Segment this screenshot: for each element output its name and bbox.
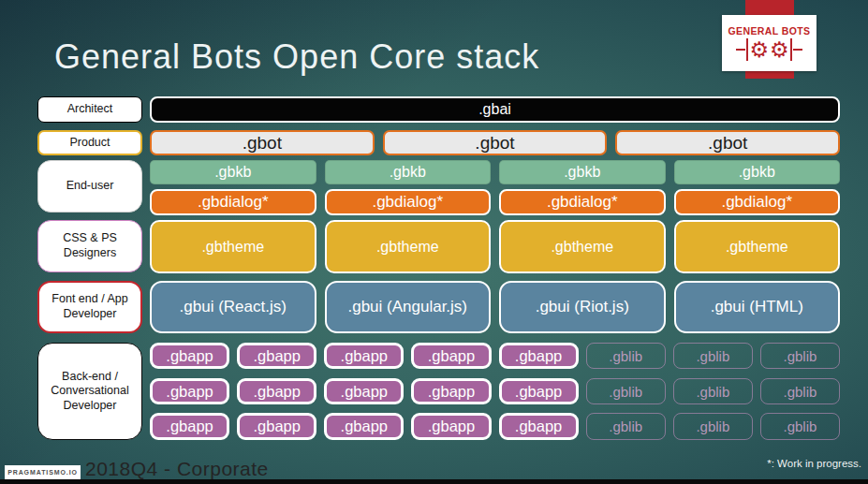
node-gbot: .gbot [383,130,608,155]
gears-icon: ⚙ ⚙ [736,38,802,61]
node-gbapp: .gbapp [411,413,491,440]
node-gbui-angular: .gbui (Angular.js) [325,281,492,333]
node-gbtheme: .gbtheme [150,220,316,273]
node-gbui-riot: .gbui (Riot.js) [499,281,666,333]
row-gbot: .gbot .gbot .gbot [150,130,840,155]
node-gbapp: .gbapp [324,413,404,440]
gear-bar-left [746,38,749,61]
gear-icon: ⚙ [749,39,769,61]
node-gbapp: .gbapp [237,378,316,404]
node-gbdialog: .gbdialog* [150,189,316,215]
node-gbapp: .gbapp [324,378,404,404]
row-gbai: .gbai [150,96,840,123]
role-label-product: Product [37,130,142,155]
node-gbapp: .gbapp [411,343,491,369]
row-gbtheme: .gbtheme .gbtheme .gbtheme .gbtheme [150,220,840,273]
node-gbapp: .gbapp [324,343,404,369]
node-gbui-react: .gbui (React.js) [150,281,316,333]
node-gbot: .gbot [150,130,375,155]
role-label-end-user: End-user [37,160,142,213]
node-gblib: .gblib [760,413,840,440]
node-gblib: .gblib [760,378,840,404]
node-gblib: .gblib [673,378,753,404]
node-gbapp: .gbapp [411,378,491,404]
gear-bar-right [790,38,793,61]
node-gbapp: .gbapp [150,378,229,404]
node-gbkb: .gbkb [150,160,316,184]
node-gblib: .gblib [586,343,666,369]
node-gblib: .gblib [760,343,840,369]
node-gbkb: .gbkb [325,160,492,184]
general-bots-logo: GENERAL BOTS ⚙ ⚙ [722,15,817,71]
node-gbapp: .gbapp [499,378,579,404]
row-gbapp-1: .gbapp .gbapp .gbapp .gbapp .gbapp .gbli… [150,343,840,369]
work-in-progress-note: *: Work in progress. [767,458,861,469]
node-gblib: .gblib [673,413,753,440]
node-gbtheme: .gbtheme [499,220,666,273]
node-gbapp: .gbapp [499,343,579,369]
footer-black-bar [0,479,868,484]
node-gbapp: .gbapp [150,343,229,369]
node-gblib: .gblib [673,343,753,369]
slide: General Bots Open Core stack GENERAL BOT… [0,0,868,484]
node-gbapp: .gbapp [237,343,316,369]
node-gbdialog: .gbdialog* [674,189,841,215]
node-gbai: .gbai [150,96,840,123]
node-gbkb: .gbkb [674,160,841,184]
footer-version-text: 2018Q4 - Corporate [85,458,269,480]
node-gbtheme: .gbtheme [325,220,492,273]
node-gbtheme: .gbtheme [674,220,841,273]
node-gblib: .gblib [586,378,666,404]
gear-line-left [736,49,745,51]
row-gbdialog: .gbdialog* .gbdialog* .gbdialog* .gbdial… [150,189,840,215]
node-gbkb: .gbkb [499,160,666,184]
node-gbui-html: .gbui (HTML) [674,281,841,333]
node-gbdialog: .gbdialog* [499,189,666,215]
role-label-backend-conversational-developer: Back-end / Conversational Developer [37,343,142,440]
role-label-css-ps-designers: CSS & PS Designers [37,220,142,272]
page-title: General Bots Open Core stack [54,37,710,77]
node-gbapp: .gbapp [499,413,579,440]
node-gblib: .gblib [586,413,666,440]
node-gbapp: .gbapp [150,413,229,440]
role-label-frontend-app-developer: Font end / App Developer [37,281,142,333]
gear-icon: ⚙ [770,39,789,61]
node-gbapp: .gbapp [237,413,316,440]
row-gbapp-3: .gbapp .gbapp .gbapp .gbapp .gbapp .gbli… [150,413,840,440]
role-label-architect: Architect [37,96,142,123]
row-gbapp-2: .gbapp .gbapp .gbapp .gbapp .gbapp .gbli… [150,378,840,404]
row-gbkb: .gbkb .gbkb .gbkb .gbkb [150,160,840,184]
node-gbot: .gbot [615,130,840,155]
gear-line-right [793,49,802,51]
row-gbui: .gbui (React.js) .gbui (Angular.js) .gbu… [150,281,840,333]
pragmatismo-badge: PRAGMATISMO.IO [5,465,81,479]
node-gbdialog: .gbdialog* [325,189,492,215]
logo-brand-text: GENERAL BOTS [728,25,810,37]
